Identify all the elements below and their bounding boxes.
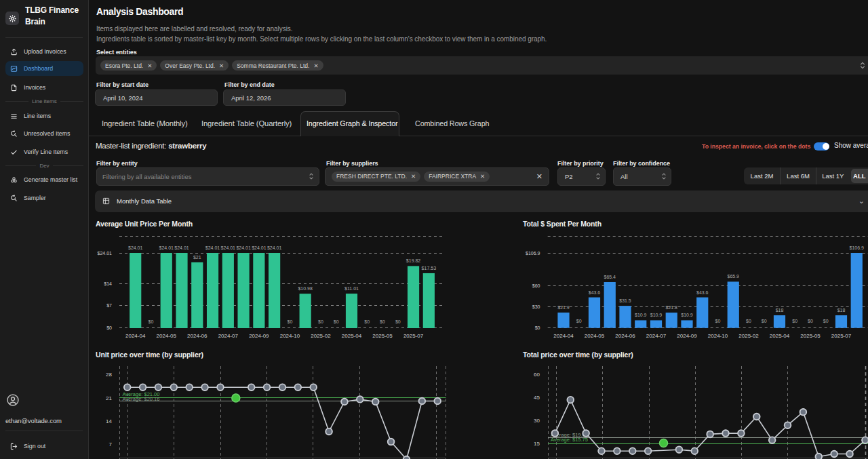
svg-text:$18: $18 — [776, 308, 784, 313]
svg-text:$21.9: $21.9 — [557, 305, 570, 310]
svg-text:$24.01: $24.01 — [205, 245, 220, 250]
svg-text:$10.9: $10.9 — [635, 313, 647, 317]
svg-text:$24.01: $24.01 — [128, 245, 143, 250]
svg-text:$0: $0 — [808, 319, 813, 323]
svg-text:$65.9: $65.9 — [727, 274, 739, 279]
svg-text:$0: $0 — [288, 319, 293, 324]
svg-text:$0: $0 — [106, 325, 112, 330]
svg-text:$10.9: $10.9 — [650, 313, 663, 317]
svg-text:$11.01: $11.01 — [344, 286, 359, 291]
svg-text:$0: $0 — [334, 319, 339, 324]
svg-text:$10.9: $10.9 — [681, 313, 693, 317]
svg-text:$0: $0 — [395, 319, 401, 324]
svg-text:$24.01: $24.01 — [252, 245, 267, 250]
svg-text:$0: $0 — [715, 319, 721, 323]
svg-text:2024-09: 2024-09 — [677, 333, 697, 339]
svg-text:$21.8: $21.8 — [665, 305, 677, 310]
svg-text:$24.01: $24.01 — [236, 245, 251, 250]
svg-text:2024-07: 2024-07 — [646, 333, 667, 339]
svg-text:$21: $21 — [193, 255, 201, 260]
svg-text:$19.82: $19.82 — [406, 258, 421, 263]
svg-text:$24.01: $24.01 — [98, 251, 113, 256]
svg-text:$24.01: $24.01 — [267, 245, 282, 250]
svg-text:$0: $0 — [576, 319, 582, 323]
svg-text:$0: $0 — [746, 319, 751, 323]
svg-text:$0: $0 — [149, 319, 154, 324]
svg-text:Average: $20.16: Average: $20.16 — [123, 396, 160, 402]
svg-text:$43.6: $43.6 — [589, 290, 601, 295]
svg-text:60: 60 — [534, 372, 540, 378]
svg-text:$0: $0 — [364, 319, 370, 324]
svg-text:Average: $15.75: Average: $15.75 — [551, 437, 588, 443]
svg-text:$106.9: $106.9 — [526, 251, 540, 256]
svg-text:$0: $0 — [823, 319, 829, 323]
svg-text:$0: $0 — [762, 319, 767, 323]
svg-text:2024-10: 2024-10 — [280, 333, 300, 339]
svg-text:$31.5: $31.5 — [619, 298, 631, 303]
svg-text:2025-05: 2025-05 — [372, 333, 393, 339]
svg-text:$43.6: $43.6 — [696, 290, 709, 295]
svg-text:2025-04: 2025-04 — [342, 333, 362, 339]
svg-text:7: 7 — [109, 441, 113, 447]
svg-text:$24.01: $24.01 — [174, 245, 189, 250]
svg-text:2024-05: 2024-05 — [157, 333, 177, 339]
svg-text:$106.9: $106.9 — [850, 245, 865, 250]
svg-text:15: 15 — [534, 441, 540, 447]
svg-text:2025-04: 2025-04 — [770, 333, 790, 339]
svg-text:14: 14 — [106, 418, 112, 424]
svg-text:2025-02: 2025-02 — [311, 333, 331, 339]
svg-text:$0: $0 — [792, 319, 797, 323]
svg-text:2024-04: 2024-04 — [125, 333, 146, 339]
svg-text:$0: $0 — [318, 319, 323, 324]
svg-text:$0: $0 — [380, 319, 385, 324]
svg-text:$30: $30 — [532, 304, 540, 309]
svg-text:$24.01: $24.01 — [221, 245, 236, 250]
svg-text:30: 30 — [534, 418, 540, 424]
svg-text:21: 21 — [106, 395, 112, 401]
svg-text:$0: $0 — [535, 325, 540, 330]
svg-text:2025-05: 2025-05 — [800, 333, 821, 339]
svg-text:2024-07: 2024-07 — [218, 333, 239, 339]
svg-text:2024-05: 2024-05 — [585, 333, 605, 339]
svg-text:$10.98: $10.98 — [298, 286, 313, 291]
svg-text:$18: $18 — [837, 308, 846, 313]
svg-text:$17.53: $17.53 — [422, 266, 437, 271]
svg-text:2024-09: 2024-09 — [249, 333, 269, 339]
svg-text:2024-10: 2024-10 — [708, 333, 728, 339]
svg-text:2024-04: 2024-04 — [553, 333, 574, 339]
svg-text:$65.4: $65.4 — [604, 275, 616, 279]
svg-text:2025-02: 2025-02 — [738, 333, 759, 339]
svg-text:2025-07: 2025-07 — [831, 333, 852, 339]
svg-text:2025-07: 2025-07 — [403, 333, 424, 339]
svg-text:28: 28 — [106, 372, 112, 378]
svg-text:$60: $60 — [532, 283, 540, 288]
svg-text:2024-06: 2024-06 — [615, 333, 635, 339]
svg-text:$7: $7 — [106, 303, 112, 308]
svg-text:2024-06: 2024-06 — [187, 333, 208, 339]
svg-text:$24.01: $24.01 — [159, 245, 174, 250]
svg-text:$14: $14 — [104, 281, 112, 286]
svg-text:45: 45 — [534, 395, 540, 401]
